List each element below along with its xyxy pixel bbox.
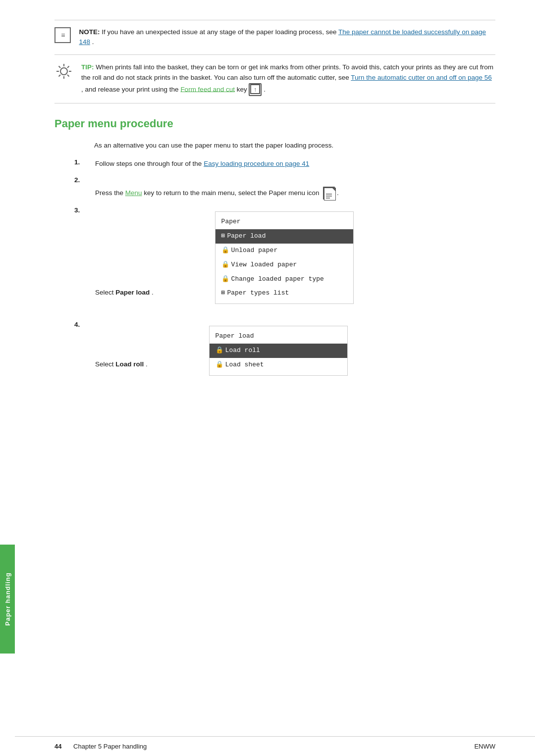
menu-3-item-1-icon: 🔒: [221, 246, 229, 256]
tip-text: TIP: When prints fall into the basket, t…: [81, 62, 495, 96]
menu-3-item-4-label: Paper types list: [227, 288, 289, 299]
menu-4-item-1-icon: 🔒: [215, 360, 223, 370]
menu-3-item-2: 🔒 View loaded paper: [215, 258, 353, 272]
main-content: NOTE: If you have an unexpected issue at…: [15, 0, 535, 423]
menu-3-item-1-label: Unload paper: [231, 246, 278, 256]
menu-3-item-4: ⊞ Paper types list: [215, 286, 353, 301]
form-feed-svg: ↑: [250, 84, 260, 94]
menu-4-title: Paper load: [210, 329, 347, 344]
footer-chapter: Chapter 5: [73, 743, 102, 750]
step-4-after: .: [146, 360, 148, 368]
step-4-content: Select Load roll . Paper load 🔒 Load rol…: [95, 321, 495, 385]
menu-3-item-1: 🔒 Unload paper: [215, 244, 353, 258]
svg-line-7: [67, 66, 69, 68]
menu-3-item-2-label: View loaded paper: [231, 260, 297, 270]
step-list: 1. Follow steps one through four of the …: [74, 158, 495, 385]
step-3-number: 3.: [74, 206, 85, 214]
step-4-number: 4.: [74, 321, 85, 328]
sidebar-tab-label: Paper handling: [4, 572, 11, 626]
menu-3-item-3-label: Change loaded paper type: [231, 274, 324, 285]
step-3-after: .: [152, 289, 154, 296]
step-2-text: Press the: [95, 189, 125, 197]
note-label: NOTE:: [79, 28, 100, 36]
svg-point-0: [60, 68, 67, 75]
tip-body3: key: [237, 85, 247, 93]
menu-3-item-0-label: Paper load: [227, 231, 266, 242]
step-2-after: key to return to the main menu, select t…: [144, 189, 319, 197]
step-3-content: Select Paper load . Paper ⊞ Paper load 🔒…: [95, 206, 495, 314]
svg-line-8: [59, 75, 61, 77]
menu-3-item-3: 🔒 Change loaded paper type: [215, 272, 353, 287]
tip-link1[interactable]: Turn the automatic cutter on and off on …: [351, 74, 491, 81]
tip-sun-icon: [55, 62, 73, 80]
menu-4-item-1: 🔒 Load sheet: [210, 358, 347, 372]
menu-3-item-0: ⊞ Paper load: [215, 229, 353, 244]
step-4-bold: Load roll: [115, 360, 144, 368]
step-3-bold: Paper load: [115, 289, 150, 296]
tip-box: TIP: When prints fall into the basket, t…: [54, 55, 495, 103]
menu-4-item-0-label: Load roll: [225, 346, 260, 356]
intro-text: As an alternative you can use the paper …: [94, 140, 495, 151]
tip-body2: , and release your print using the: [81, 85, 180, 93]
step-1: 1. Follow steps one through four of the …: [74, 158, 495, 169]
tip-period: .: [264, 85, 266, 93]
svg-line-6: [67, 75, 69, 77]
footer-chapter-text: Paper handling: [104, 743, 147, 750]
menu-4-item-0: 🔒 Load roll: [210, 344, 347, 358]
step-1-text: Follow steps one through four of the: [95, 160, 204, 167]
form-feed-icon: ↑: [249, 83, 262, 96]
menu-3-item-4-icon: ⊞: [221, 288, 225, 299]
svg-line-5: [59, 66, 61, 68]
step-1-link[interactable]: Easy loading procedure on page 41: [204, 160, 309, 167]
tip-link2[interactable]: Form feed and cut: [180, 85, 235, 93]
step-2-period: .: [337, 189, 339, 197]
svg-rect-13: [326, 194, 332, 195]
footer: 44 Chapter 5 Paper handling ENWW: [15, 736, 535, 756]
menu-3-display: Paper ⊞ Paper load 🔒 Unload paper 🔒 View…: [215, 211, 354, 304]
menu-4-item-1-label: Load sheet: [225, 360, 264, 370]
svg-text:↑: ↑: [254, 86, 257, 93]
tip-icon: [54, 62, 73, 81]
menu-3-item-3-icon: 🔒: [221, 274, 229, 285]
step-1-content: Follow steps one through four of the Eas…: [95, 158, 495, 169]
step-2-number: 2.: [74, 176, 85, 184]
tip-label: TIP:: [81, 63, 94, 71]
step-1-number: 1.: [74, 158, 85, 166]
step-2-content: Press the Menu key to return to the main…: [95, 176, 495, 200]
step-4: 4. Select Load roll . Paper load 🔒 Load …: [74, 321, 495, 385]
menu-4-item-0-icon: 🔒: [215, 346, 223, 356]
svg-rect-14: [326, 196, 332, 197]
menu-3-item-0-icon: ⊞: [221, 231, 225, 242]
footer-page-number: 44: [54, 743, 61, 750]
section-heading: Paper menu procedure: [54, 117, 495, 132]
paper-menu-svg: [324, 188, 336, 201]
footer-left: 44 Chapter 5 Paper handling: [54, 743, 147, 750]
menu-4-display: Paper load 🔒 Load roll 🔒 Load sheet: [209, 326, 348, 375]
sidebar-tab: Paper handling: [0, 545, 15, 654]
note-body: If you have an unexpected issue at any s…: [102, 28, 338, 36]
note-text: NOTE: If you have an unexpected issue at…: [79, 27, 495, 48]
paper-menu-icon: [323, 187, 335, 200]
menu-3-item-2-icon: 🔒: [221, 260, 229, 270]
step-2: 2. Press the Menu key to return to the m…: [74, 176, 495, 200]
svg-rect-15: [326, 198, 330, 199]
note-period: .: [92, 38, 94, 46]
note-icon: [54, 27, 71, 43]
step-3: 3. Select Paper load . Paper ⊞ Paper loa…: [74, 206, 495, 314]
footer-right: ENWW: [474, 743, 495, 750]
note-box: NOTE: If you have an unexpected issue at…: [54, 20, 495, 55]
step-4-text-before: Select: [95, 360, 115, 368]
menu-3-title: Paper: [215, 215, 353, 229]
step-2-link[interactable]: Menu: [125, 189, 142, 197]
step-3-text-before: Select: [95, 289, 115, 296]
